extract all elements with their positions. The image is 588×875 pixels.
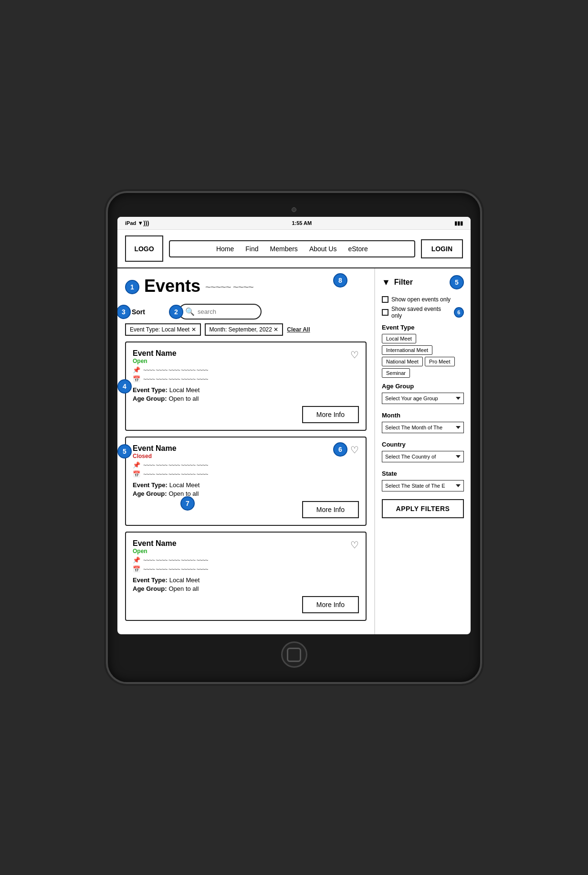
login-button[interactable]: LOGIN bbox=[421, 239, 463, 258]
more-info-button[interactable]: More Info bbox=[302, 596, 359, 613]
search-box[interactable]: 🔍 bbox=[178, 304, 262, 320]
annotation-bubble-8: 8 bbox=[333, 273, 347, 288]
show-saved-checkbox[interactable] bbox=[382, 309, 388, 316]
nav-estore[interactable]: eStore bbox=[348, 245, 368, 253]
event-location-row: 📌 ~~~~ ~~~~ ~~~~ ~~~~~ ~~~~ bbox=[133, 461, 359, 469]
screen: iPad ▾ ))) 1:55 AM ▮▮▮ LOGO Home Find Me… bbox=[117, 217, 471, 634]
state-select[interactable]: Select The State of The E bbox=[382, 480, 464, 491]
calendar-icon: 📅 bbox=[133, 375, 140, 383]
filter-tags-row: Event Type: Local Meet ✕ Month: Septembe… bbox=[125, 323, 367, 336]
favorite-icon[interactable]: ♡ bbox=[350, 445, 359, 455]
event-type-value: Local Meet bbox=[169, 481, 200, 489]
event-card: 5 Event Name Closed 6 ♡ bbox=[125, 437, 367, 526]
event-type-row: Event Type: Local Meet bbox=[133, 481, 359, 489]
event-type-value: Local Meet bbox=[169, 386, 200, 394]
location-icon: 📌 bbox=[133, 366, 140, 373]
page-title: Events bbox=[144, 276, 200, 296]
age-group-value: Open to all bbox=[169, 395, 199, 402]
event-type-value: Local Meet bbox=[169, 576, 200, 584]
event-type-label: Event Type: bbox=[133, 386, 168, 394]
nav-find[interactable]: Find bbox=[245, 245, 258, 253]
event-card-header: Event Name Open ♡ bbox=[133, 539, 359, 555]
nav-about[interactable]: About Us bbox=[309, 245, 337, 253]
status-left: iPad ▾ ))) bbox=[125, 220, 149, 226]
calendar-icon: 📅 bbox=[133, 470, 140, 478]
favorite-icon[interactable]: ♡ bbox=[350, 539, 359, 551]
show-open-row: Show open events only bbox=[382, 296, 464, 303]
event-meta: Event Type: Local Meet Age Group: Open t… bbox=[133, 481, 359, 497]
event-name: Event Name bbox=[133, 444, 177, 453]
event-type-section-label: Event Type bbox=[382, 324, 464, 331]
camera bbox=[292, 207, 296, 212]
event-footer: More Info bbox=[133, 596, 359, 613]
search-input[interactable] bbox=[198, 308, 255, 315]
event-date-row: 📅 ~~~~ ~~~~ ~~~~ ~~~~~ ~~~~ bbox=[133, 566, 359, 573]
event-card-header: Event Name Closed 6 ♡ bbox=[133, 444, 359, 459]
event-type-seminar[interactable]: Seminar bbox=[382, 368, 410, 378]
more-info-button[interactable]: More Info bbox=[302, 501, 359, 518]
event-meta: Event Type: Local Meet Age Group: Open t… bbox=[133, 386, 359, 402]
annotation-bubble-5: 5 bbox=[117, 444, 132, 459]
event-type-international-meet[interactable]: International Meet bbox=[382, 345, 432, 355]
nav-links: Home Find Members About Us eStore bbox=[169, 240, 415, 257]
event-card: 4 Event Name Open ♡ 📌 ~~~~ ~~~~ ~~~~ ~~~… bbox=[125, 341, 367, 431]
show-open-checkbox[interactable] bbox=[382, 296, 388, 303]
event-location: ~~~~ ~~~~ ~~~~ ~~~~~ ~~~~ bbox=[143, 557, 208, 564]
event-footer: 7 More Info bbox=[133, 501, 359, 518]
event-type-pro-meet[interactable]: Pro Meet bbox=[425, 357, 455, 366]
clear-all-button[interactable]: Clear All bbox=[287, 326, 310, 333]
age-group-value: Open to all bbox=[169, 585, 199, 592]
ipad-device: iPad ▾ ))) 1:55 AM ▮▮▮ LOGO Home Find Me… bbox=[108, 193, 480, 682]
events-section: 1 Events ~~~~~ ~~~~ 8 3 bbox=[117, 268, 375, 634]
device-name: iPad bbox=[125, 220, 136, 226]
event-name: Event Name bbox=[133, 349, 177, 358]
event-type-row: Event Type: Local Meet bbox=[133, 386, 359, 394]
status-right: ▮▮▮ bbox=[454, 220, 463, 226]
state-section-label: State bbox=[382, 470, 464, 477]
nav-bar: LOGO Home Find Members About Us eStore L… bbox=[117, 230, 471, 268]
event-status: Closed bbox=[133, 453, 177, 459]
more-info-button[interactable]: More Info bbox=[302, 406, 359, 423]
location-icon: 📌 bbox=[133, 461, 140, 469]
event-type-row: Event Type: Local Meet bbox=[133, 576, 359, 584]
event-card-header: Event Name Open ♡ bbox=[133, 349, 359, 364]
show-saved-row: Show saved events only 6 bbox=[382, 306, 464, 319]
logo: LOGO bbox=[125, 235, 163, 262]
event-date: ~~~~ ~~~~ ~~~~ ~~~~~ ~~~~ bbox=[143, 566, 208, 573]
event-date-row: 📅 ~~~~ ~~~~ ~~~~ ~~~~~ ~~~~ bbox=[133, 375, 359, 383]
age-group-section-label: Age Group bbox=[382, 383, 464, 390]
age-group-row: Age Group: Open to all bbox=[133, 395, 359, 402]
filter-tag-event-type[interactable]: Event Type: Local Meet ✕ bbox=[125, 323, 201, 336]
event-type-label: Event Type: bbox=[133, 576, 168, 584]
nav-home[interactable]: Home bbox=[216, 245, 234, 253]
country-select[interactable]: Select The Country of bbox=[382, 451, 464, 462]
month-select[interactable]: Select The Month of The bbox=[382, 422, 464, 433]
event-type-national-meet[interactable]: National Meet bbox=[382, 357, 423, 366]
event-info-left: Event Name Open bbox=[133, 539, 177, 555]
filter-tag-month[interactable]: Month: September, 2022 ✕ bbox=[205, 323, 284, 336]
nav-members[interactable]: Members bbox=[270, 245, 298, 253]
event-location-row: 📌 ~~~~ ~~~~ ~~~~ ~~~~~ ~~~~ bbox=[133, 556, 359, 564]
event-location: ~~~~ ~~~~ ~~~~ ~~~~~ ~~~~ bbox=[143, 367, 208, 373]
favorite-icon[interactable]: ♡ bbox=[350, 349, 359, 361]
month-section-label: Month bbox=[382, 412, 464, 419]
annotation-bubble-5-filter: 5 bbox=[450, 275, 464, 289]
age-group-label: Age Group: bbox=[133, 490, 167, 497]
age-group-row: Age Group: Open to all bbox=[133, 490, 359, 497]
age-group-select[interactable]: Select Your age Group bbox=[382, 393, 464, 404]
home-button-inner bbox=[287, 648, 301, 662]
show-saved-label: Show saved events only bbox=[391, 306, 451, 319]
search-icon: 🔍 bbox=[185, 307, 195, 316]
event-status: Open bbox=[133, 548, 177, 555]
filter-icon: ▼ bbox=[382, 277, 390, 288]
location-icon: 📌 bbox=[133, 556, 140, 564]
show-open-label: Show open events only bbox=[391, 296, 451, 303]
event-date: ~~~~ ~~~~ ~~~~ ~~~~~ ~~~~ bbox=[143, 376, 208, 383]
annotation-bubble-7: 7 bbox=[180, 496, 195, 511]
event-type-local-meet[interactable]: Local Meet bbox=[382, 334, 416, 343]
event-name: Event Name bbox=[133, 539, 177, 548]
age-group-label: Age Group: bbox=[133, 395, 167, 402]
apply-filters-button[interactable]: APPLY FILTERS bbox=[382, 499, 464, 518]
event-meta: Event Type: Local Meet Age Group: Open t… bbox=[133, 576, 359, 592]
home-button[interactable] bbox=[281, 641, 307, 668]
